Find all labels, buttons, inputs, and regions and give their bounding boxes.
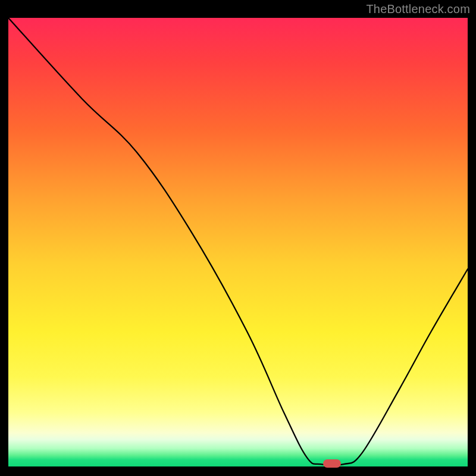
bottleneck-curve-path (8, 18, 468, 465)
optimum-marker (323, 459, 341, 468)
plot-area (8, 18, 468, 466)
bottleneck-chart: TheBottleneck.com (0, 0, 476, 476)
curve-svg (8, 18, 468, 466)
watermark-text: TheBottleneck.com (366, 2, 470, 16)
